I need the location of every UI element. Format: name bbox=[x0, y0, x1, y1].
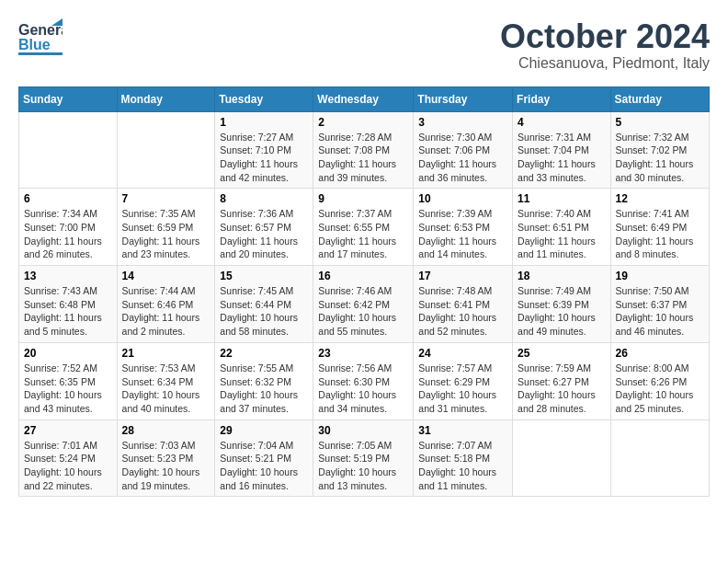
day-info: Sunrise: 7:34 AMSunset: 7:00 PMDaylight:… bbox=[24, 207, 112, 261]
day-number: 24 bbox=[418, 347, 507, 360]
calendar-day-cell: 3Sunrise: 7:30 AMSunset: 7:06 PMDaylight… bbox=[414, 111, 513, 189]
svg-text:Blue: Blue bbox=[18, 37, 51, 52]
calendar-day-cell: 27Sunrise: 7:01 AMSunset: 5:24 PMDayligh… bbox=[19, 419, 118, 497]
calendar-day-cell: 31Sunrise: 7:07 AMSunset: 5:18 PMDayligh… bbox=[414, 419, 513, 497]
day-info: Sunrise: 7:05 AMSunset: 5:19 PMDaylight:… bbox=[318, 439, 408, 493]
calendar-week-row: 13Sunrise: 7:43 AMSunset: 6:48 PMDayligh… bbox=[19, 266, 710, 343]
calendar-day-cell: 11Sunrise: 7:40 AMSunset: 6:51 PMDayligh… bbox=[513, 189, 611, 266]
day-info: Sunrise: 7:45 AMSunset: 6:44 PMDaylight:… bbox=[220, 284, 308, 339]
day-number: 28 bbox=[122, 424, 210, 437]
calendar-day-cell: 7Sunrise: 7:35 AMSunset: 6:59 PMDaylight… bbox=[117, 189, 215, 266]
day-number: 15 bbox=[220, 270, 308, 282]
day-info: Sunrise: 7:07 AMSunset: 5:18 PMDaylight:… bbox=[418, 439, 507, 493]
day-number: 29 bbox=[220, 424, 308, 437]
page-header: General Blue October 2024 Chiesanuova, P… bbox=[18, 18, 710, 72]
day-info: Sunrise: 7:59 AMSunset: 6:27 PMDaylight:… bbox=[518, 362, 606, 416]
day-number: 23 bbox=[318, 347, 408, 360]
day-info: Sunrise: 7:28 AMSunset: 7:08 PMDaylight:… bbox=[318, 131, 408, 185]
day-number: 16 bbox=[318, 270, 408, 282]
calendar-day-cell bbox=[117, 111, 215, 189]
calendar-day-cell: 25Sunrise: 7:59 AMSunset: 6:27 PMDayligh… bbox=[513, 342, 611, 419]
day-info: Sunrise: 7:39 AMSunset: 6:53 PMDaylight:… bbox=[418, 207, 507, 261]
day-number: 10 bbox=[418, 192, 507, 205]
day-number: 7 bbox=[122, 192, 210, 205]
calendar-day-cell bbox=[513, 419, 611, 497]
day-info: Sunrise: 7:27 AMSunset: 7:10 PMDaylight:… bbox=[220, 131, 308, 185]
calendar-day-cell: 9Sunrise: 7:37 AMSunset: 6:55 PMDaylight… bbox=[313, 189, 414, 266]
calendar-day-cell: 5Sunrise: 7:32 AMSunset: 7:02 PMDaylight… bbox=[610, 111, 709, 189]
calendar-week-row: 27Sunrise: 7:01 AMSunset: 5:24 PMDayligh… bbox=[19, 419, 710, 497]
day-number: 25 bbox=[518, 347, 606, 360]
calendar-day-cell: 1Sunrise: 7:27 AMSunset: 7:10 PMDaylight… bbox=[215, 111, 313, 189]
day-number: 3 bbox=[418, 116, 507, 129]
day-number: 26 bbox=[616, 347, 704, 360]
calendar-day-cell: 19Sunrise: 7:50 AMSunset: 6:37 PMDayligh… bbox=[610, 266, 709, 343]
day-number: 17 bbox=[418, 270, 507, 282]
day-number: 18 bbox=[518, 270, 606, 282]
calendar-day-cell: 6Sunrise: 7:34 AMSunset: 7:00 PMDaylight… bbox=[19, 189, 118, 266]
day-info: Sunrise: 7:49 AMSunset: 6:39 PMDaylight:… bbox=[518, 284, 606, 339]
calendar-week-row: 6Sunrise: 7:34 AMSunset: 7:00 PMDaylight… bbox=[19, 189, 710, 266]
day-number: 14 bbox=[122, 270, 210, 282]
calendar-day-cell: 10Sunrise: 7:39 AMSunset: 6:53 PMDayligh… bbox=[414, 189, 513, 266]
day-number: 12 bbox=[616, 192, 704, 205]
weekday-header: Saturday bbox=[610, 86, 709, 111]
day-info: Sunrise: 7:36 AMSunset: 6:57 PMDaylight:… bbox=[220, 207, 308, 261]
day-number: 21 bbox=[122, 347, 210, 360]
weekday-header: Friday bbox=[513, 86, 611, 111]
day-info: Sunrise: 7:46 AMSunset: 6:42 PMDaylight:… bbox=[318, 284, 408, 339]
calendar-day-cell bbox=[19, 111, 118, 189]
day-info: Sunrise: 7:48 AMSunset: 6:41 PMDaylight:… bbox=[418, 284, 507, 339]
day-info: Sunrise: 8:00 AMSunset: 6:26 PMDaylight:… bbox=[616, 362, 704, 416]
calendar-day-cell: 8Sunrise: 7:36 AMSunset: 6:57 PMDaylight… bbox=[215, 189, 313, 266]
day-info: Sunrise: 7:35 AMSunset: 6:59 PMDaylight:… bbox=[122, 207, 210, 261]
day-number: 5 bbox=[616, 116, 704, 129]
calendar-week-row: 1Sunrise: 7:27 AMSunset: 7:10 PMDaylight… bbox=[19, 111, 710, 189]
weekday-header: Thursday bbox=[414, 86, 513, 111]
svg-rect-3 bbox=[18, 52, 63, 55]
calendar-day-cell: 18Sunrise: 7:49 AMSunset: 6:39 PMDayligh… bbox=[513, 266, 611, 343]
day-number: 22 bbox=[220, 347, 308, 360]
calendar-day-cell: 4Sunrise: 7:31 AMSunset: 7:04 PMDaylight… bbox=[513, 111, 611, 189]
day-info: Sunrise: 7:01 AMSunset: 5:24 PMDaylight:… bbox=[24, 439, 112, 493]
calendar-day-cell: 15Sunrise: 7:45 AMSunset: 6:44 PMDayligh… bbox=[215, 266, 313, 343]
day-info: Sunrise: 7:31 AMSunset: 7:04 PMDaylight:… bbox=[518, 131, 606, 185]
weekday-header: Sunday bbox=[19, 86, 118, 111]
weekday-header: Monday bbox=[117, 86, 215, 111]
calendar-day-cell: 16Sunrise: 7:46 AMSunset: 6:42 PMDayligh… bbox=[313, 266, 414, 343]
calendar-day-cell: 21Sunrise: 7:53 AMSunset: 6:34 PMDayligh… bbox=[117, 342, 215, 419]
calendar-day-cell: 30Sunrise: 7:05 AMSunset: 5:19 PMDayligh… bbox=[313, 419, 414, 497]
logo: General Blue bbox=[18, 18, 63, 59]
calendar-day-cell: 22Sunrise: 7:55 AMSunset: 6:32 PMDayligh… bbox=[215, 342, 313, 419]
calendar-day-cell: 26Sunrise: 8:00 AMSunset: 6:26 PMDayligh… bbox=[610, 342, 709, 419]
logo-icon: General Blue bbox=[18, 18, 63, 59]
calendar-day-cell: 14Sunrise: 7:44 AMSunset: 6:46 PMDayligh… bbox=[117, 266, 215, 343]
weekday-header: Tuesday bbox=[215, 86, 313, 111]
calendar-day-cell: 29Sunrise: 7:04 AMSunset: 5:21 PMDayligh… bbox=[215, 419, 313, 497]
calendar-day-cell: 12Sunrise: 7:41 AMSunset: 6:49 PMDayligh… bbox=[610, 189, 709, 266]
calendar-day-cell: 17Sunrise: 7:48 AMSunset: 6:41 PMDayligh… bbox=[414, 266, 513, 343]
day-number: 27 bbox=[24, 424, 112, 437]
day-info: Sunrise: 7:56 AMSunset: 6:30 PMDaylight:… bbox=[318, 362, 408, 416]
day-info: Sunrise: 7:03 AMSunset: 5:23 PMDaylight:… bbox=[122, 439, 210, 493]
day-info: Sunrise: 7:04 AMSunset: 5:21 PMDaylight:… bbox=[220, 439, 308, 493]
day-info: Sunrise: 7:57 AMSunset: 6:29 PMDaylight:… bbox=[418, 362, 507, 416]
day-info: Sunrise: 7:43 AMSunset: 6:48 PMDaylight:… bbox=[24, 284, 112, 339]
day-info: Sunrise: 7:50 AMSunset: 6:37 PMDaylight:… bbox=[616, 284, 704, 339]
day-number: 4 bbox=[518, 116, 606, 129]
calendar-table: SundayMondayTuesdayWednesdayThursdayFrid… bbox=[18, 86, 710, 498]
month-title: October 2024 bbox=[500, 18, 710, 55]
day-number: 19 bbox=[616, 270, 704, 282]
calendar-day-cell: 28Sunrise: 7:03 AMSunset: 5:23 PMDayligh… bbox=[117, 419, 215, 497]
day-info: Sunrise: 7:37 AMSunset: 6:55 PMDaylight:… bbox=[318, 207, 408, 261]
calendar-day-cell: 13Sunrise: 7:43 AMSunset: 6:48 PMDayligh… bbox=[19, 266, 118, 343]
header-row: SundayMondayTuesdayWednesdayThursdayFrid… bbox=[19, 86, 710, 111]
calendar-week-row: 20Sunrise: 7:52 AMSunset: 6:35 PMDayligh… bbox=[19, 342, 710, 419]
day-number: 8 bbox=[220, 192, 308, 205]
day-number: 30 bbox=[318, 424, 408, 437]
calendar-day-cell: 20Sunrise: 7:52 AMSunset: 6:35 PMDayligh… bbox=[19, 342, 118, 419]
title-section: October 2024 Chiesanuova, Piedmont, Ital… bbox=[500, 18, 710, 72]
calendar-day-cell: 24Sunrise: 7:57 AMSunset: 6:29 PMDayligh… bbox=[414, 342, 513, 419]
weekday-header: Wednesday bbox=[313, 86, 414, 111]
day-number: 6 bbox=[24, 192, 112, 205]
